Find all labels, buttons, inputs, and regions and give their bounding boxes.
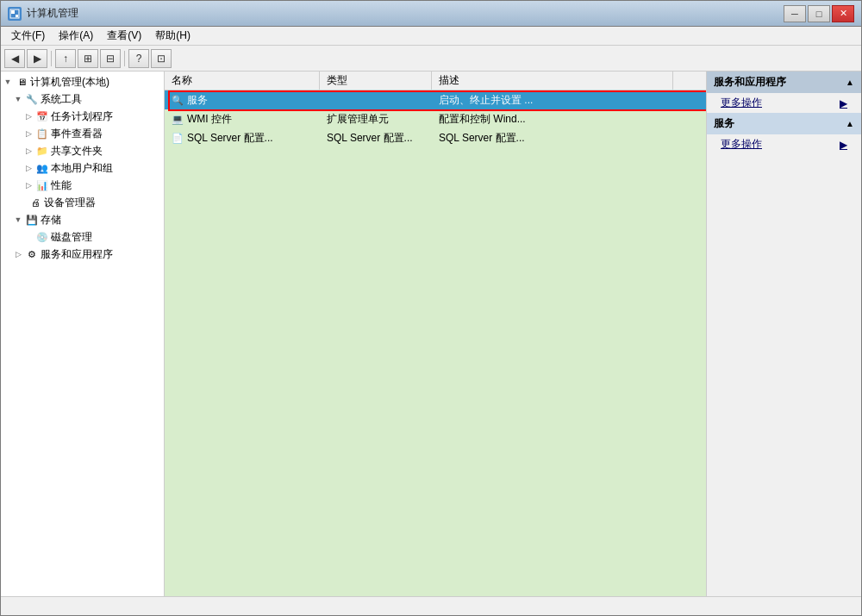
row-services-name: 🔍 服务 — [165, 91, 320, 109]
forward-button[interactable]: ▶ — [27, 49, 47, 68]
tree-event-label: 事件查看器 — [51, 127, 103, 141]
tree-root-label: 计算机管理(本地) — [30, 75, 109, 90]
maximize-button[interactable]: □ — [808, 5, 830, 22]
expand-perf: ▷ — [22, 178, 35, 192]
storage-icon: 💾 — [25, 213, 39, 227]
menu-view[interactable]: 查看(V) — [100, 27, 148, 45]
row-sql-type: SQL Server 配置... — [320, 129, 432, 147]
center-panel: 名称 类型 描述 🔍 服务 启动、终止并设置 ... — [165, 72, 706, 596]
expand-root: ▼ — [1, 75, 15, 89]
tree-storage[interactable]: ▼ 💾 存储 — [1, 211, 164, 228]
title-bar: 计算机管理 ─ □ ✕ — [1, 1, 861, 27]
svg-rect-1 — [11, 10, 15, 14]
action-header-services[interactable]: 服务 ▲ — [707, 113, 861, 134]
window-title: 计算机管理 — [27, 6, 784, 21]
row-wmi-name: 💻 WMI 控件 — [165, 110, 320, 128]
expand-disk — [22, 230, 35, 244]
computer-icon: 🖥 — [15, 75, 28, 89]
row-wmi-desc: 配置和控制 Wind... — [432, 110, 673, 128]
list-row-services[interactable]: 🔍 服务 启动、终止并设置 ... — [165, 90, 706, 109]
list-header: 名称 类型 描述 — [165, 72, 706, 90]
action-more-ops-1[interactable]: 更多操作 ▶ — [707, 93, 861, 113]
expand-svc: ▷ — [11, 247, 25, 261]
svg-rect-2 — [16, 15, 18, 17]
toolbar-sep-1 — [51, 51, 52, 66]
tree-performance[interactable]: ▷ 📊 性能 — [1, 177, 164, 194]
col-header-name[interactable]: 名称 — [165, 72, 320, 90]
back-button[interactable]: ◀ — [4, 49, 25, 68]
close-button[interactable]: ✕ — [832, 5, 854, 22]
window-icon — [8, 7, 22, 21]
action-section-services-apps: 服务和应用程序 ▲ 更多操作 ▶ — [707, 72, 861, 113]
tree-services-apps[interactable]: ▷ ⚙ 服务和应用程序 — [1, 246, 164, 263]
window-controls: ─ □ ✕ — [784, 5, 854, 22]
row-services-type — [320, 98, 432, 102]
system-tools-icon: 🔧 — [25, 92, 39, 106]
services-row-icon: 🔍 — [172, 95, 184, 106]
menu-help[interactable]: 帮助(H) — [148, 27, 197, 45]
menu-bar: 文件(F) 操作(A) 查看(V) 帮助(H) — [1, 27, 861, 46]
expand-dev — [15, 196, 28, 209]
expand-system: ▼ — [11, 92, 25, 106]
col-header-desc[interactable]: 描述 — [432, 72, 673, 90]
tree-device-label: 设备管理器 — [44, 196, 96, 210]
disk-management-icon: 💿 — [35, 230, 49, 244]
extra-button[interactable]: ⊡ — [151, 49, 172, 68]
tree-event-viewer[interactable]: ▷ 📋 事件查看器 — [1, 125, 164, 142]
expand-storage: ▼ — [11, 213, 25, 227]
sql-row-icon: 📄 — [172, 133, 184, 144]
tree-device-manager[interactable]: 🖨 设备管理器 — [1, 194, 164, 211]
tree-perf-label: 性能 — [51, 178, 72, 193]
up-button[interactable]: ↑ — [55, 49, 76, 68]
tree-local-users[interactable]: ▷ 👥 本地用户和组 — [1, 159, 164, 177]
list-body: 🔍 服务 启动、终止并设置 ... 💻 WMI 控件 扩展管理单元 配置和控制 … — [165, 90, 706, 596]
toolbar: ◀ ▶ ↑ ⊞ ⊟ ? ⊡ — [1, 46, 861, 72]
main-content: ▼ 🖥 计算机管理(本地) ▼ 🔧 系统工具 ▷ 📅 任务计划程序 ▷ 📋 事件… — [1, 72, 861, 596]
tree-system-label: 系统工具 — [41, 92, 82, 107]
menu-action[interactable]: 操作(A) — [52, 27, 100, 45]
device-manager-icon: 🖨 — [28, 196, 42, 209]
chevron-up-icon-1: ▲ — [846, 78, 854, 87]
tree-disk-management[interactable]: 💿 磁盘管理 — [1, 228, 164, 246]
tree-shared-label: 共享文件夹 — [51, 144, 103, 159]
help-button[interactable]: ? — [128, 49, 149, 68]
col-header-type[interactable]: 类型 — [320, 72, 432, 90]
menu-file[interactable]: 文件(F) — [4, 27, 52, 45]
tree-storage-label: 存储 — [41, 213, 61, 227]
action-header-services-apps[interactable]: 服务和应用程序 ▲ — [707, 72, 861, 93]
action-section-services: 服务 ▲ 更多操作 ▶ — [707, 113, 861, 154]
list-row-sql[interactable]: 📄 SQL Server 配置... SQL Server 配置... SQL … — [165, 128, 706, 147]
tree-disk-label: 磁盘管理 — [51, 230, 92, 245]
minimize-button[interactable]: ─ — [784, 5, 806, 22]
event-viewer-icon: 📋 — [35, 127, 49, 140]
expand-event: ▷ — [22, 127, 35, 140]
row-wmi-type: 扩展管理单元 — [320, 110, 432, 128]
tree-users-label: 本地用户和组 — [51, 161, 113, 176]
task-scheduler-icon: 📅 — [35, 109, 49, 123]
left-panel-tree: ▼ 🖥 计算机管理(本地) ▼ 🔧 系统工具 ▷ 📅 任务计划程序 ▷ 📋 事件… — [1, 72, 165, 596]
tree-task-scheduler[interactable]: ▷ 📅 任务计划程序 — [1, 108, 164, 125]
status-bar — [1, 596, 861, 615]
performance-icon: 📊 — [35, 178, 49, 192]
tree-svc-label: 服务和应用程序 — [41, 247, 113, 262]
expand-shared: ▷ — [22, 144, 35, 158]
chevron-right-icon-2: ▶ — [840, 139, 847, 151]
expand-task: ▷ — [22, 109, 35, 123]
show-tree-button[interactable]: ⊞ — [78, 49, 98, 68]
row-services-desc: 启动、终止并设置 ... — [432, 91, 673, 109]
chevron-up-icon-2: ▲ — [846, 119, 854, 128]
right-panel-actions: 服务和应用程序 ▲ 更多操作 ▶ 服务 ▲ 更多操作 ▶ — [706, 72, 861, 596]
expand-users: ▷ — [22, 161, 35, 175]
properties-button[interactable]: ⊟ — [100, 49, 121, 68]
list-row-wmi[interactable]: 💻 WMI 控件 扩展管理单元 配置和控制 Wind... — [165, 109, 706, 128]
action-more-ops-2[interactable]: 更多操作 ▶ — [707, 134, 861, 154]
main-window: 计算机管理 ─ □ ✕ 文件(F) 操作(A) 查看(V) 帮助(H) ◀ ▶ … — [0, 0, 862, 616]
tree-shared-folder[interactable]: ▷ 📁 共享文件夹 — [1, 142, 164, 159]
local-users-icon: 👥 — [35, 161, 49, 175]
tree-root[interactable]: ▼ 🖥 计算机管理(本地) — [1, 73, 164, 90]
row-sql-name: 📄 SQL Server 配置... — [165, 129, 320, 147]
shared-folder-icon: 📁 — [35, 144, 49, 158]
tree-task-label: 任务计划程序 — [51, 109, 113, 124]
toolbar-sep-2 — [124, 51, 125, 66]
tree-system-tools[interactable]: ▼ 🔧 系统工具 — [1, 90, 164, 108]
